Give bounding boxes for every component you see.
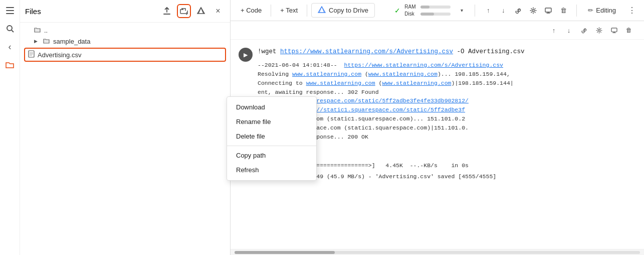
copy-to-drive-label: Copy to Drive — [329, 7, 368, 14]
up-arrow-button[interactable]: ↑ — [481, 4, 495, 18]
output-line-2: Resolving www.statlearning.com (www.stat… — [258, 70, 636, 79]
editing-button[interactable]: ✏ Editing — [583, 4, 621, 17]
ram-bar-fill — [420, 6, 430, 9]
cell-delete-button[interactable]: 🗑 — [622, 23, 636, 37]
parent-dir-item[interactable]: .. — [20, 25, 230, 36]
toolbar-separator-2 — [307, 5, 307, 17]
toolbar-right: ✓ RAM Disk — [394, 4, 639, 18]
disk-bar-track — [420, 13, 451, 16]
rename-file-menu-item[interactable]: Rename file — [227, 114, 316, 129]
horizontal-scrollbar[interactable] — [231, 249, 644, 255]
toolbar: + Code + Text Copy to Drive — [231, 0, 644, 21]
advertising-csv-label: Advertising.csv — [38, 51, 81, 59]
add-text-button[interactable]: + Text — [275, 4, 303, 17]
copy-to-drive-button[interactable]: Copy to Drive — [311, 3, 375, 18]
cell-up-button[interactable]: ↑ — [547, 23, 561, 37]
advertising-csv-item[interactable]: Advertising.csv — [24, 48, 226, 62]
svg-rect-17 — [545, 8, 551, 12]
svg-line-4 — [12, 30, 14, 32]
file-icon — [28, 50, 35, 59]
sample-data-item[interactable]: ▶ sample_data — [20, 36, 230, 47]
file-tree: .. ▶ sample_data — [20, 23, 230, 255]
ram-label: RAM — [404, 4, 418, 10]
ram-disk-widget: ✓ RAM Disk — [394, 4, 469, 18]
output-line-3: Connecting to www.statlearning.com (www.… — [258, 79, 636, 88]
wget-command: !wget — [258, 48, 280, 55]
down-arrow-button[interactable]: ↓ — [496, 4, 510, 18]
resource-dropdown-button[interactable]: ▾ — [455, 4, 469, 18]
cell-link-button[interactable] — [577, 23, 591, 37]
disk-bar-fill — [420, 13, 434, 16]
wget-url[interactable]: https://www.statlearning.com/s/Advertisi… — [280, 48, 453, 55]
output-line-4: ent, awaiting response... 302 Found — [258, 88, 636, 97]
context-menu: Download Rename file Delete file Copy pa… — [227, 96, 317, 181]
wget-output-flag: -O Advertising.csv — [453, 48, 525, 55]
svg-rect-5 — [163, 14, 170, 15]
cell-command-line: !wget https://www.statlearning.com/s/Adv… — [258, 47, 636, 57]
download-menu-item[interactable]: Download — [227, 100, 316, 114]
delete-cell-button[interactable]: 🗑 — [556, 4, 570, 18]
svg-rect-2 — [6, 13, 14, 14]
delete-file-menu-item[interactable]: Delete file — [227, 129, 316, 144]
link-button[interactable] — [511, 4, 525, 18]
pencil-icon: ✏ — [588, 7, 593, 14]
svg-marker-13 — [318, 7, 325, 13]
refresh-folder-button[interactable] — [177, 4, 191, 18]
drive-cloud-icon — [318, 6, 326, 15]
cell-action-bar: ↑ ↓ 🗑 — [231, 21, 644, 40]
more-options-button[interactable]: ⋮ — [625, 4, 639, 18]
sidebar: Files — [20, 0, 231, 255]
settings-button[interactable] — [526, 4, 540, 18]
output-line-1: --2021-06-04 14:01:48-- https://www.stat… — [258, 61, 636, 70]
scrollbar-thumb[interactable] — [235, 251, 335, 254]
sample-data-folder-icon — [43, 37, 50, 45]
ram-bar-row: RAM — [404, 4, 451, 10]
left-nav: ‹ — [0, 0, 20, 255]
google-drive-button[interactable] — [194, 4, 208, 18]
sidebar-title: Files — [25, 7, 157, 16]
cell-settings-button[interactable] — [592, 23, 606, 37]
close-sidebar-button[interactable]: × — [211, 4, 225, 18]
toolbar-separator-3 — [475, 5, 475, 17]
parent-dir-label: .. — [44, 27, 48, 34]
context-menu-divider — [227, 146, 316, 146]
expand-arrow-icon: ▶ — [34, 39, 40, 44]
add-code-button[interactable]: + Code — [236, 4, 267, 17]
svg-point-3 — [7, 26, 12, 31]
disk-label: Disk — [404, 11, 418, 17]
disk-bar-row: Disk — [404, 11, 451, 17]
search-nav-icon[interactable] — [4, 22, 17, 35]
svg-point-16 — [532, 10, 534, 12]
run-cell-button[interactable]: ▶ — [239, 48, 253, 62]
refresh-menu-item[interactable]: Refresh — [227, 163, 316, 177]
toolbar-separator-1 — [271, 5, 271, 17]
scrollbar-track — [235, 251, 640, 254]
cell-down-button[interactable]: ↓ — [562, 23, 576, 37]
cell-display-button[interactable] — [607, 23, 621, 37]
sample-data-label: sample_data — [53, 38, 90, 45]
folder-nav-icon[interactable] — [4, 58, 17, 71]
folder-icon — [34, 26, 41, 34]
svg-rect-1 — [6, 10, 14, 11]
svg-point-20 — [598, 29, 600, 31]
plus-code-label: + Code — [241, 7, 262, 14]
sidebar-header: Files — [20, 0, 230, 23]
settings-area: ↑ ↓ — [481, 4, 570, 18]
hamburger-menu-icon[interactable] — [4, 4, 17, 17]
toolbar-separator-4 — [576, 5, 577, 17]
ram-ok-icon: ✓ — [394, 7, 400, 15]
resource-bars: RAM Disk — [404, 4, 451, 17]
chevron-nav-icon[interactable]: ‹ — [4, 40, 17, 53]
editing-label: Editing — [596, 7, 616, 14]
display-button[interactable] — [541, 4, 555, 18]
copy-path-menu-item[interactable]: Copy path — [227, 148, 316, 163]
ram-bar-track — [420, 6, 451, 9]
plus-text-label: + Text — [280, 7, 298, 14]
svg-rect-0 — [6, 7, 14, 8]
upload-file-button[interactable] — [160, 4, 174, 18]
svg-rect-21 — [611, 28, 617, 31]
